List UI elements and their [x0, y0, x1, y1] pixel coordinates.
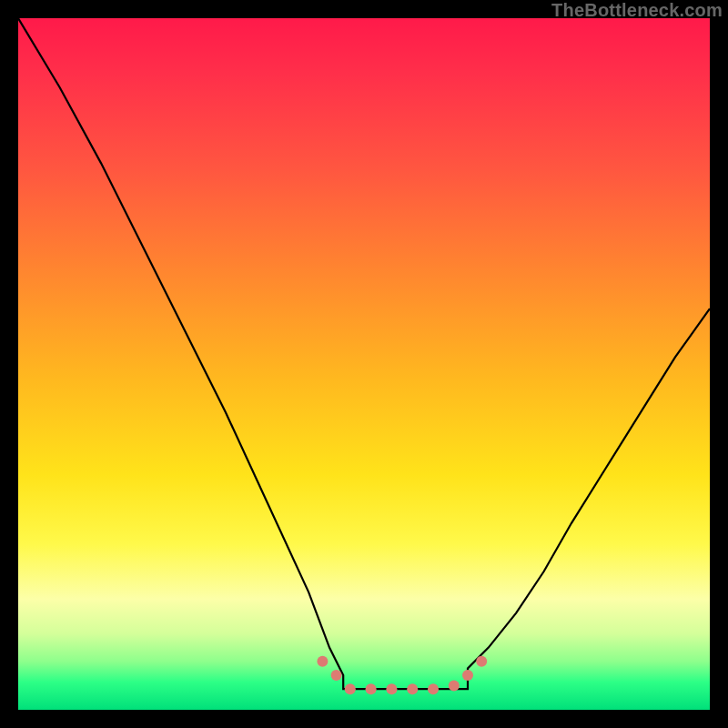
bottom-marker [317, 656, 328, 667]
bottom-marker [462, 670, 473, 681]
plot-area [18, 18, 710, 710]
bottom-marker [476, 656, 487, 667]
curve-overlay [18, 18, 710, 710]
bottom-marker [345, 683, 356, 694]
bottom-marker [386, 683, 397, 694]
bottom-marker [428, 683, 439, 694]
bottom-marker [366, 683, 377, 694]
bottleneck-curve [18, 18, 710, 689]
bottom-marker [331, 670, 342, 681]
bottom-marker [407, 683, 418, 694]
chart-frame: TheBottleneck.com [0, 0, 728, 728]
bottom-marker [449, 680, 460, 691]
